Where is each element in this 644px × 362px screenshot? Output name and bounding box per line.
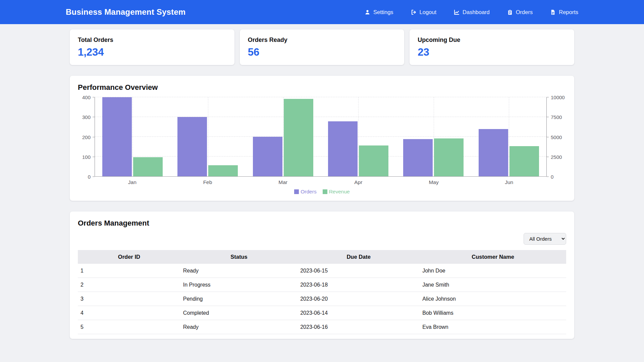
- orders-management-card: Orders Management All Orders Order ID St…: [70, 212, 574, 339]
- y-axis-right-tick-label: 7500: [551, 115, 562, 120]
- x-axis-tick-label: Jan: [95, 177, 170, 185]
- orders-bar: [328, 121, 358, 176]
- orders-filter-select[interactable]: All Orders: [524, 233, 566, 245]
- x-axis-tick-label: Feb: [170, 177, 246, 185]
- nav-item-logout[interactable]: Logout: [411, 9, 436, 15]
- chart-line-icon: [454, 9, 460, 15]
- stat-card-orders-ready: Orders Ready 56: [240, 29, 405, 65]
- table-row: 1Ready2023-06-15John Doe: [78, 264, 566, 278]
- table-cell: 2023-06-14: [298, 306, 420, 320]
- bar-group-mar: [246, 97, 321, 176]
- stat-card-total-orders: Total Orders 1,234: [70, 29, 234, 65]
- table-cell: 2023-06-15: [298, 264, 420, 278]
- table-cell: 2023-06-20: [298, 292, 420, 306]
- nav-item-label: Reports: [559, 9, 578, 15]
- revenue-bar: [284, 99, 313, 176]
- nav-links: Settings Logout Dashboard Orders: [365, 9, 578, 15]
- nav-item-settings[interactable]: Settings: [365, 9, 393, 15]
- table-cell: 5: [78, 320, 180, 334]
- table-cell: Alice Johnson: [420, 292, 566, 306]
- bar-chart: 0100200300400 025005000750010000 JanFebM…: [78, 97, 566, 195]
- orders-bar: [102, 97, 132, 176]
- y-axis-left-tick-label: 0: [88, 174, 91, 179]
- table-cell: 3: [78, 292, 180, 306]
- y-axis-right-tick-label: 0: [551, 174, 553, 179]
- table-cell: Pending: [180, 292, 298, 306]
- top-navbar: Business Management System Settings Logo…: [0, 0, 644, 24]
- column-header-status: Status: [180, 250, 298, 264]
- logout-icon: [411, 9, 417, 15]
- table-cell: Bob Williams: [420, 306, 566, 320]
- orders-bar: [177, 117, 207, 176]
- bar-group-may: [396, 97, 471, 176]
- legend-label: Revenue: [329, 189, 350, 195]
- bar-group-feb: [170, 97, 245, 176]
- table-cell: Jane Smith: [420, 278, 566, 292]
- bar-group-jan: [95, 97, 170, 176]
- table-cell: In Progress: [180, 278, 298, 292]
- legend-label: Orders: [301, 189, 316, 195]
- orders-title: Orders Management: [78, 219, 566, 228]
- stat-value: 56: [248, 46, 396, 58]
- revenue-bar: [434, 138, 464, 176]
- table-row: 5Ready2023-06-16Eva Brown: [78, 320, 566, 334]
- chart-plot: [95, 97, 547, 177]
- x-axis-tick-label: Jun: [471, 177, 547, 185]
- nav-item-label: Dashboard: [463, 9, 490, 15]
- filter-row: All Orders: [78, 233, 566, 245]
- chart-legend: OrdersRevenue: [78, 189, 566, 195]
- table-cell: Eva Brown: [420, 320, 566, 334]
- revenue-bar: [133, 157, 163, 176]
- table-row: 4Completed2023-06-14Bob Williams: [78, 306, 566, 320]
- nav-item-label: Settings: [373, 9, 393, 15]
- orders-table: Order ID Status Due Date Customer Name 1…: [78, 250, 566, 334]
- table-cell: 1: [78, 264, 180, 278]
- y-axis-left-tick-label: 200: [82, 134, 91, 139]
- table-header-row: Order ID Status Due Date Customer Name: [78, 250, 566, 264]
- orders-bar: [479, 129, 508, 176]
- column-header-order-id: Order ID: [78, 250, 180, 264]
- table-cell: 2023-06-18: [298, 278, 420, 292]
- y-axis-right-tick-label: 10000: [551, 95, 565, 100]
- stat-label: Total Orders: [78, 37, 226, 44]
- y-axis-left-tick-label: 400: [82, 95, 91, 100]
- table-cell: John Doe: [420, 264, 566, 278]
- nav-item-orders[interactable]: Orders: [507, 9, 533, 15]
- y-axis-right-tick-label: 2500: [551, 154, 562, 159]
- nav-item-label: Orders: [516, 9, 533, 15]
- column-header-due-date: Due Date: [298, 250, 420, 264]
- orders-bar: [403, 139, 433, 177]
- user-icon: [365, 9, 370, 15]
- x-axis-tick-label: Apr: [321, 177, 396, 185]
- table-cell: 4: [78, 306, 180, 320]
- revenue-bar: [208, 165, 238, 176]
- table-cell: 2: [78, 278, 180, 292]
- stat-card-upcoming-due: Upcoming Due 23: [410, 29, 574, 65]
- legend-swatch-icon: [294, 189, 299, 194]
- y-axis-left-tick-label: 100: [82, 154, 91, 159]
- table-cell: Ready: [180, 320, 298, 334]
- table-row: 3Pending2023-06-20Alice Johnson: [78, 292, 566, 306]
- nav-item-reports[interactable]: Reports: [550, 9, 578, 15]
- nav-item-dashboard[interactable]: Dashboard: [454, 9, 490, 15]
- app-title: Business Management System: [66, 7, 185, 17]
- orders-bar: [253, 137, 282, 176]
- bar-group-apr: [321, 97, 396, 176]
- bar-group-jun: [471, 97, 546, 176]
- stats-row: Total Orders 1,234 Orders Ready 56 Upcom…: [70, 29, 574, 65]
- column-header-customer-name: Customer Name: [420, 250, 566, 264]
- stat-label: Upcoming Due: [418, 37, 566, 44]
- performance-overview-card: Performance Overview 0100200300400 02500…: [70, 76, 574, 201]
- legend-item-revenue: Revenue: [323, 189, 350, 195]
- clipboard-icon: [507, 9, 513, 15]
- stat-label: Orders Ready: [248, 37, 396, 44]
- y-axis-left: 0100200300400: [78, 97, 95, 177]
- y-axis-right: 025005000750010000: [547, 97, 566, 177]
- x-axis-tick-label: Mar: [245, 177, 321, 185]
- table-cell: Ready: [180, 264, 298, 278]
- revenue-bar: [509, 146, 539, 176]
- y-axis-right-tick-label: 5000: [551, 134, 562, 139]
- legend-item-orders: Orders: [294, 189, 316, 195]
- main-content: Total Orders 1,234 Orders Ready 56 Upcom…: [70, 29, 574, 339]
- legend-swatch-icon: [323, 189, 327, 194]
